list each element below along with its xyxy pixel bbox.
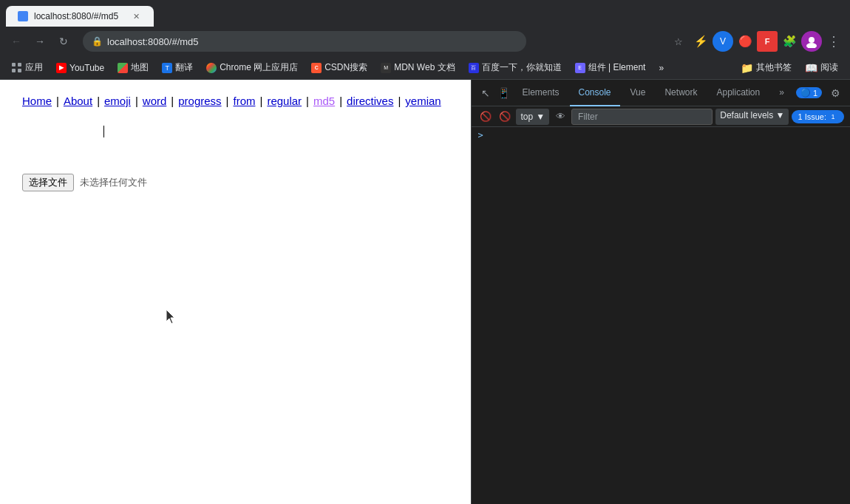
nav-link-yemian[interactable]: yemian [405, 95, 441, 107]
url-text: localhost:8080/#/md5 [107, 36, 199, 47]
profile-btn[interactable]: V [713, 31, 733, 52]
maps-label: 地图 [131, 61, 149, 74]
file-input-area: 选择文件 未选择任何文件 [22, 174, 449, 191]
youtube-icon: ▶ [56, 63, 67, 73]
bookmark-other[interactable]: 📁 其他书签 [735, 59, 798, 77]
file-choose-button[interactable]: 选择文件 [22, 174, 74, 191]
active-tab[interactable]: localhost:8080/#/md5 ✕ [6, 6, 154, 27]
filter-btn[interactable]: 🚫 [497, 109, 513, 125]
issue-chip[interactable]: 1 Issue: 1 [792, 110, 844, 123]
account-btn[interactable] [801, 31, 822, 52]
menu-btn[interactable]: ⋮ [823, 31, 844, 52]
reader-icon: 📖 [805, 62, 817, 74]
forward-button[interactable]: → [30, 31, 50, 52]
bookmark-translate[interactable]: T 翻译 [156, 59, 199, 77]
levels-label: Default levels ▼ [720, 110, 784, 120]
address-input-container[interactable]: 🔒 localhost:8080/#/md5 [83, 31, 526, 52]
refresh-button[interactable]: ↻ [53, 31, 74, 52]
nav-link-word[interactable]: word [143, 95, 167, 107]
devtools-tab-application[interactable]: Application [707, 80, 769, 106]
levels-selector[interactable]: Default levels ▼ [715, 109, 789, 125]
more-label: » [659, 63, 664, 73]
devtools-tab-vue[interactable]: Vue [622, 80, 655, 106]
other-bookmarks-label: 其他书签 [756, 61, 792, 74]
tab-close-btn[interactable]: ✕ [130, 10, 142, 22]
bookmark-youtube[interactable]: ▶ YouTube [50, 59, 110, 77]
bookmark-element[interactable]: E 组件 | Element [569, 59, 652, 77]
application-tab-label: Application [716, 87, 760, 98]
devtools-tab-console[interactable]: Console [570, 80, 620, 106]
folder-icon: 📁 [741, 62, 753, 74]
issue-chip-icon: 1 [828, 112, 838, 122]
bookmark-csdn[interactable]: C CSDN搜索 [305, 59, 373, 77]
youtube-label: YouTube [69, 63, 104, 73]
browser-window: localhost:8080/#/md5 ✕ ← → ↻ 🔒 localhost… [0, 0, 850, 504]
console-input-area[interactable] [486, 130, 844, 140]
mdn-icon: M [381, 63, 391, 73]
svg-point-0 [809, 37, 815, 43]
back-button[interactable]: ← [6, 31, 27, 52]
vue-tab-label: Vue [630, 87, 646, 98]
nav-link-home[interactable]: Home [22, 95, 52, 107]
apps-icon [12, 63, 22, 73]
cursor-area [22, 122, 449, 144]
bookmark-reader[interactable]: 📖 阅读 [799, 59, 844, 77]
network-tab-label: Network [664, 87, 697, 98]
translate-icon: T [162, 63, 172, 73]
nav-link-from[interactable]: from [233, 95, 255, 107]
nav-link-about[interactable]: About [64, 95, 92, 107]
baidu-label: 百度一下，你就知道 [482, 61, 562, 74]
bookmark-maps[interactable]: 地图 [112, 59, 154, 77]
bookmark-chrome-store[interactable]: Chrome 网上应用店 [200, 59, 304, 77]
nav-link-emoji[interactable]: emoji [104, 95, 131, 107]
devtools-settings-btn[interactable]: ⚙ [826, 84, 844, 102]
issue-icon: 🔵 [800, 88, 811, 98]
tab-favicon [18, 11, 28, 21]
devtools-cursor-btn[interactable]: ↖ [477, 85, 494, 101]
devtools-tab-network[interactable]: Network [656, 80, 706, 106]
bookmark-more[interactable]: » [653, 59, 670, 77]
devtools-device-btn[interactable]: 📱 [495, 85, 511, 101]
nav-link-progress[interactable]: progress [178, 95, 221, 107]
bookmark-baidu[interactable]: 百 百度一下，你就知道 [463, 59, 568, 77]
nav-link-md5[interactable]: md5 [313, 95, 335, 107]
sep-9: | [398, 95, 401, 107]
csdn-label: CSDN搜索 [324, 61, 367, 74]
clear-console-btn[interactable]: 🚫 [477, 109, 494, 125]
more-tabs-label: » [779, 87, 784, 98]
translate-label: 翻译 [175, 61, 193, 74]
extension1-btn[interactable]: 🔴 [735, 31, 755, 52]
extension2-btn[interactable]: F [757, 31, 778, 52]
nav-link-directives[interactable]: directives [347, 95, 393, 107]
mdn-label: MDN Web 文档 [394, 61, 455, 74]
issues-badge[interactable]: 🔵 1 [796, 87, 822, 98]
element-icon: E [575, 63, 585, 73]
bookmarks-bar: 应用 ▶ YouTube 地图 T 翻译 Chrome 网上应用店 C CSDN… [0, 56, 850, 80]
extensions-puzzle-btn[interactable]: 🧩 [779, 31, 800, 52]
bookmark-star-btn[interactable]: ☆ [668, 31, 689, 52]
apps-label: 应用 [25, 61, 43, 74]
page-content: Home | About | emoji | word | progress |… [0, 80, 471, 504]
context-label: top [520, 112, 533, 122]
eye-btn[interactable]: 👁 [552, 109, 568, 125]
console-arrow: > [477, 130, 483, 140]
tab-bar: localhost:8080/#/md5 ✕ [0, 0, 850, 27]
chrome-store-label: Chrome 网上应用店 [220, 61, 298, 74]
console-tab-label: Console [579, 87, 611, 98]
content-area: Home | About | emoji | word | progress |… [0, 80, 850, 504]
bookmark-mdn[interactable]: M MDN Web 文档 [375, 59, 460, 77]
filter-input[interactable] [571, 109, 713, 125]
bookmark-apps[interactable]: 应用 [6, 59, 49, 77]
devtools-secondary-toolbar: 🚫 🚫 top ▼ 👁 Default levels ▼ 1 Issue: 1 [472, 106, 850, 127]
devtools-tab-more[interactable]: » [770, 80, 793, 106]
sep-2: | [97, 95, 100, 107]
lock-icon: 🔒 [92, 36, 103, 47]
devtools-console: > [472, 127, 850, 504]
nav-link-regular[interactable]: regular [267, 95, 302, 107]
context-selector[interactable]: top ▼ [516, 109, 549, 125]
performance-btn[interactable]: ⚡ [690, 31, 711, 52]
baidu-icon: 百 [469, 63, 479, 73]
devtools-tab-elements[interactable]: Elements [513, 80, 568, 106]
console-prompt[interactable]: > [477, 130, 844, 140]
sep-4: | [171, 95, 174, 107]
